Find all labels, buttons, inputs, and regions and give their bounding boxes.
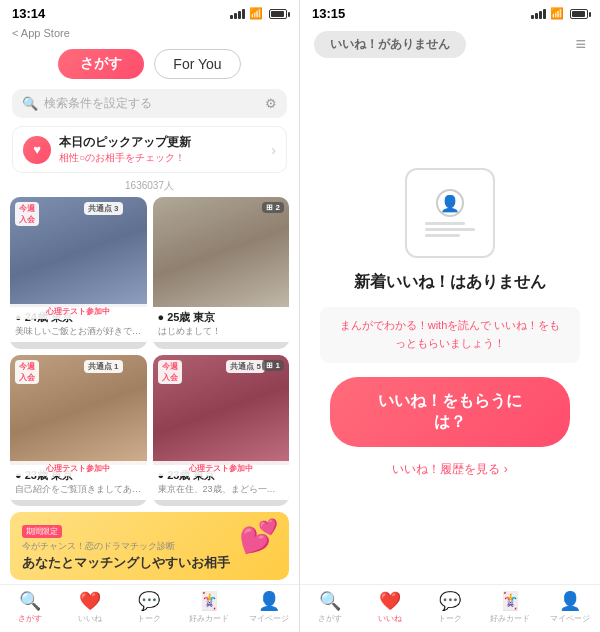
badge-num-4: ⊞ 1 (262, 360, 284, 371)
nav-iine-right[interactable]: ❤️ いいね (360, 590, 420, 624)
search-placeholder: 検索条件を設定する (44, 95, 265, 112)
pickup-row[interactable]: ♥ 本日のピックアップ更新 相性○のお相手をチェック！ › (12, 126, 287, 173)
profile-card-3[interactable]: 今週入会 共通点 1 心理テスト参加中 ● 23歳 東京 自己紹介をご覧頂きまし… (10, 355, 147, 507)
right-panel: 13:15 📶 いいね！がありません ≡ 👤 新着いいね！は (300, 0, 600, 632)
iine-tab[interactable]: いいね！がありません (314, 31, 466, 58)
filter-icon[interactable]: ⚙ (265, 96, 277, 111)
battery-icon-right (570, 9, 588, 19)
mypage-nav-icon-right: 👤 (559, 590, 581, 612)
card-desc-2: はじめまして！ (158, 325, 285, 338)
pickup-subtitle: 相性○のお相手をチェック！ (59, 151, 271, 165)
search-nav-icon: 🔍 (19, 590, 41, 612)
search-icon: 🔍 (22, 96, 38, 111)
nav-talk-left[interactable]: 💬 トーク (120, 590, 180, 624)
signal-icon-right (531, 9, 546, 19)
nav-iine-left[interactable]: ❤️ いいね (60, 590, 120, 624)
no-iine-content: 👤 新着いいね！はありません まんがでわかる！withを読んで いいね！をもっと… (300, 62, 600, 584)
card-desc-3: 自己紹介をご覧頂きましてありがとう... (15, 483, 142, 496)
promo-banner[interactable]: 期間限定 今がチャンス！恋のドラマチック診断 あなたとマッチングしやすいお相手 … (10, 512, 289, 580)
promo-text: まんがでわかる！withを読んで いいね！をもっともらいましょう！ (340, 319, 561, 349)
nav-label-card: 好みカード (189, 613, 229, 624)
badge-kyoten-1: 共通点 3 (84, 202, 123, 215)
pickup-text: 本日のピックアップ更新 相性○のお相手をチェック！ (59, 134, 271, 165)
badge-nyukai-1: 今週入会 (15, 202, 39, 226)
iine-nav-icon-right: ❤️ (379, 590, 401, 612)
wifi-icon-right: 📶 (550, 7, 564, 20)
mypage-nav-icon: 👤 (258, 590, 280, 612)
bottom-nav-left: 🔍 さがす ❤️ いいね 💬 トーク 🃏 好みカード 👤 マイページ (0, 584, 299, 632)
badge-shinri-1: 心理テスト参加中 (10, 304, 147, 319)
tab-foryou[interactable]: For You (154, 49, 240, 79)
no-iine-illustration: 👤 (405, 168, 495, 258)
banner-main: あなたとマッチングしやすいお相手 (22, 554, 277, 572)
person-icon: 👤 (436, 189, 464, 217)
badge-kyoten-3: 共通点 1 (84, 360, 123, 373)
profile-card-2[interactable]: ⊞ 2 ● 25歳 東京 はじめまして！ (153, 197, 290, 349)
iine-nav-icon: ❤️ (79, 590, 101, 612)
nav-card-right[interactable]: 🃏 好みカード (480, 590, 540, 624)
status-icons-right: 📶 (531, 7, 588, 20)
nav-sagasu-right[interactable]: 🔍 さがす (300, 590, 360, 624)
nav-label-mypage-right: マイページ (550, 613, 590, 624)
profile-card-1[interactable]: 今週入会 共通点 3 心理テスト参加中 ● 24歳 東京 美味しいご飯とお酒が好… (10, 197, 147, 349)
nav-sagasu-left[interactable]: 🔍 さがす (0, 590, 60, 624)
banner-char-icon: 💕 (239, 517, 279, 555)
filter-button-right[interactable]: ≡ (575, 34, 586, 55)
battery-icon (269, 9, 287, 19)
pickup-title: 本日のピックアップ更新 (59, 134, 271, 151)
line-2 (425, 228, 475, 231)
profile-card-4[interactable]: 今週入会 共通点 5 ⊞ 1 心理テスト参加中 ● 23歳 東京 東京在住、23… (153, 355, 290, 507)
card-nav-icon: 🃏 (198, 590, 220, 612)
banner-badge: 期間限定 (22, 525, 62, 538)
wifi-icon: 📶 (249, 7, 263, 20)
badge-shinri-3: 心理テスト参加中 (10, 461, 147, 476)
nav-label-iine: いいね (78, 613, 102, 624)
line-3 (425, 234, 460, 237)
nav-label-sagasu-right: さがす (318, 613, 342, 624)
talk-nav-icon-right: 💬 (439, 590, 461, 612)
iine-cta-button[interactable]: いいね！をもらうには？ (330, 377, 570, 447)
badge-num-2: ⊞ 2 (262, 202, 284, 213)
no-iine-title: 新着いいね！はありません (354, 272, 546, 293)
line-1 (425, 222, 465, 225)
right-header: いいね！がありません ≡ (300, 25, 600, 62)
card-nav-icon-right: 🃏 (499, 590, 521, 612)
nav-card-left[interactable]: 🃏 好みカード (179, 590, 239, 624)
nav-mypage-left[interactable]: 👤 マイページ (239, 590, 299, 624)
talk-nav-icon: 💬 (138, 590, 160, 612)
iine-history-link[interactable]: いいね！履歴を見る › (392, 461, 507, 478)
card-image-2 (153, 197, 290, 307)
nav-label-sagasu: さがす (18, 613, 42, 624)
search-nav-icon-right: 🔍 (319, 590, 341, 612)
signal-icon (230, 9, 245, 19)
badge-shinri-4: 心理テスト参加中 (153, 461, 290, 476)
tab-sakasu[interactable]: さがす (58, 49, 144, 79)
bottom-nav-right: 🔍 さがす ❤️ いいね 💬 トーク 🃏 好みカード 👤 マイページ (300, 584, 600, 632)
status-icons-left: 📶 (230, 7, 287, 20)
tab-row: さがす For You (0, 43, 299, 85)
card-desc-4: 東京在住、23歳、まどら一さんといいます (158, 483, 285, 496)
nav-label-mypage: マイページ (249, 613, 289, 624)
app-store-back[interactable]: < App Store (0, 25, 299, 43)
card-age-2: ● 25歳 東京 (158, 310, 285, 325)
card-desc-1: 美味しいご飯とお酒が好きです！ (15, 325, 142, 338)
nav-label-card-right: 好みカード (490, 613, 530, 624)
nav-talk-right[interactable]: 💬 トーク (420, 590, 480, 624)
nav-label-iine-right: いいね (378, 613, 402, 624)
badge-nyukai-4: 今週入会 (158, 360, 182, 384)
badge-kyoten-4: 共通点 5 (226, 360, 265, 373)
card-info-2: ● 25歳 東京 はじめまして！ (153, 307, 290, 342)
lines-decoration (425, 222, 475, 237)
status-bar-right: 13:15 📶 (300, 0, 600, 25)
profile-grid: 今週入会 共通点 3 心理テスト参加中 ● 24歳 東京 美味しいご飯とお酒が好… (0, 195, 299, 508)
nav-label-talk: トーク (137, 613, 161, 624)
promo-box: まんがでわかる！withを読んで いいね！をもっともらいましょう！ (320, 307, 580, 362)
user-count: 1636037人 (0, 179, 299, 193)
time-left: 13:14 (12, 6, 45, 21)
pickup-arrow-icon: › (271, 142, 276, 158)
pickup-icon: ♥ (23, 136, 51, 164)
time-right: 13:15 (312, 6, 345, 21)
nav-label-talk-right: トーク (438, 613, 462, 624)
search-bar[interactable]: 🔍 検索条件を設定する ⚙ (12, 89, 287, 118)
nav-mypage-right[interactable]: 👤 マイページ (540, 590, 600, 624)
